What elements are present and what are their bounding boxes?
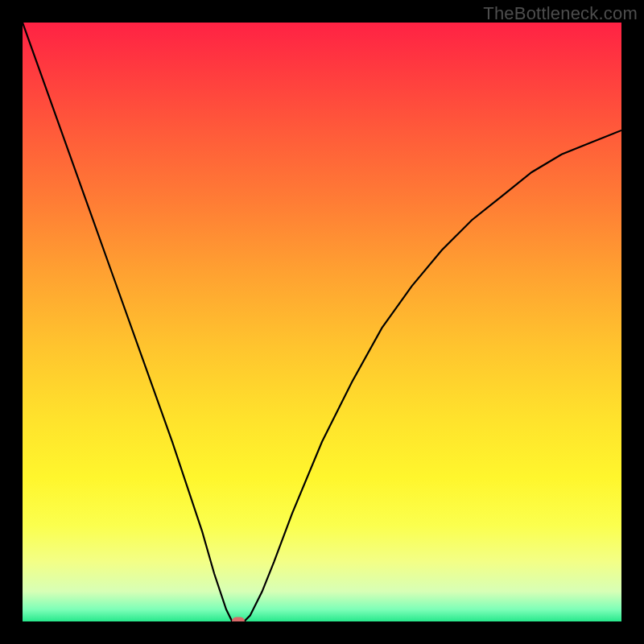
- chart-frame: TheBottleneck.com: [0, 0, 644, 644]
- minimum-marker: [232, 617, 245, 622]
- plot-area: [23, 23, 621, 621]
- watermark-text: TheBottleneck.com: [483, 3, 638, 24]
- bottleneck-curve: [23, 23, 621, 621]
